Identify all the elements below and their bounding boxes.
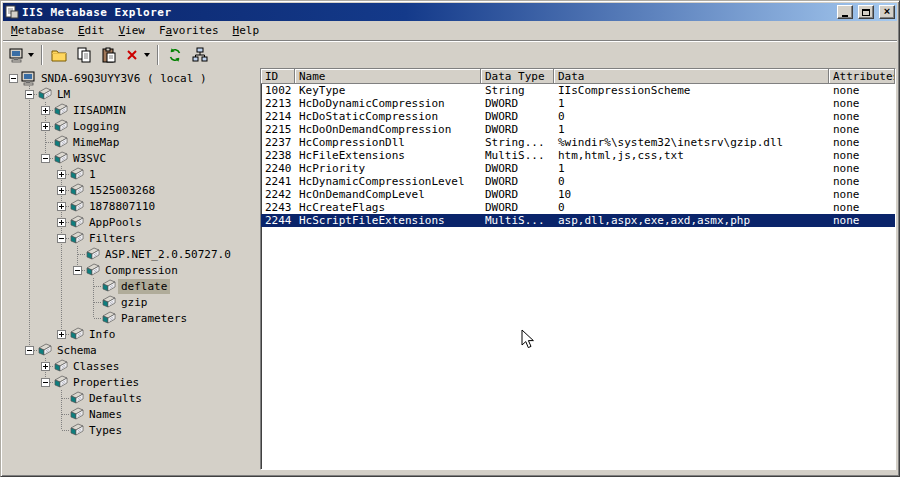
column-header-name[interactable]: Name bbox=[295, 69, 481, 84]
refresh-icon bbox=[167, 47, 183, 63]
expand-box-icon[interactable] bbox=[57, 186, 66, 195]
column-header-id[interactable]: ID bbox=[261, 69, 295, 84]
tree-item-1878807110[interactable]: 1878807110 bbox=[5, 198, 257, 214]
menu-metabase[interactable]: Metabase bbox=[4, 22, 71, 40]
list-row-2238[interactable]: 2238HcFileExtensionsMultiS...htm,html,js… bbox=[261, 149, 895, 162]
tree-item-defaults[interactable]: Defaults bbox=[5, 390, 257, 406]
column-header-attributes[interactable]: Attributes bbox=[829, 69, 895, 84]
expand-box-icon[interactable] bbox=[57, 170, 66, 179]
refresh-button[interactable] bbox=[163, 44, 187, 66]
column-header-data-type[interactable]: Data Type bbox=[481, 69, 554, 84]
list-row-2215[interactable]: 2215HcDoOnDemandCompressionDWORD1none bbox=[261, 123, 895, 136]
collapse-box-icon[interactable] bbox=[9, 74, 18, 83]
collapse-box-icon[interactable] bbox=[73, 266, 82, 275]
minimize-button[interactable] bbox=[837, 5, 853, 19]
tree-item-types[interactable]: Types bbox=[5, 422, 257, 438]
view-hierarchy-button[interactable] bbox=[188, 44, 212, 66]
tree-item-iisadmin[interactable]: IISADMIN bbox=[5, 102, 257, 118]
tree-item-1525003268[interactable]: 1525003268 bbox=[5, 182, 257, 198]
tree-item-compression[interactable]: Compression bbox=[5, 262, 257, 278]
delete-button[interactable] bbox=[122, 44, 153, 66]
new-key-button[interactable] bbox=[47, 44, 71, 66]
tree-item-snda-69q3uyy3v6-local[interactable]: SNDA-69Q3UYY3V6 ( local ) bbox=[5, 70, 257, 86]
cell-data-type: String bbox=[481, 84, 554, 97]
menu-help[interactable]: Help bbox=[226, 22, 267, 40]
column-header-data[interactable]: Data bbox=[554, 69, 829, 84]
list-row-2243[interactable]: 2243HcCreateFlagsDWORD0none bbox=[261, 201, 895, 214]
tree-item-mimemap[interactable]: MimeMap bbox=[5, 134, 257, 150]
cell-attributes: none bbox=[829, 175, 864, 188]
list-body: 1002KeyTypeStringIIsCompressionSchemenon… bbox=[261, 84, 895, 469]
node-icon bbox=[53, 150, 70, 166]
node-icon bbox=[53, 374, 70, 390]
tree-indent bbox=[69, 294, 85, 310]
copy-button[interactable] bbox=[72, 44, 96, 66]
collapse-box-icon[interactable] bbox=[57, 234, 66, 243]
tree-item-logging[interactable]: Logging bbox=[5, 118, 257, 134]
expand-box-icon[interactable] bbox=[41, 122, 50, 131]
expand-box-icon[interactable] bbox=[57, 218, 66, 227]
close-icon: × bbox=[884, 6, 890, 17]
list-row-2241[interactable]: 2241HcDynamicCompressionLevelDWORD0none bbox=[261, 175, 895, 188]
tree-item-deflate[interactable]: deflate bbox=[5, 278, 257, 294]
paste-button[interactable] bbox=[97, 44, 121, 66]
menu-view[interactable]: View bbox=[111, 22, 152, 40]
metabase-tree: SNDA-69Q3UYY3V6 ( local )LMIISADMINLoggi… bbox=[3, 68, 257, 474]
tree-item-properties[interactable]: Properties bbox=[5, 374, 257, 390]
tree-item-w3svc[interactable]: W3SVC bbox=[5, 150, 257, 166]
close-button[interactable]: × bbox=[879, 5, 895, 19]
cell-name: HcDoStaticCompression bbox=[295, 110, 481, 123]
menu-favorites[interactable]: Favorites bbox=[152, 22, 226, 40]
tree-item-parameters[interactable]: Parameters bbox=[5, 310, 257, 326]
collapse-box-icon[interactable] bbox=[25, 346, 34, 355]
cell-data: 0 bbox=[554, 110, 829, 123]
menu-edit[interactable]: Edit bbox=[71, 22, 112, 40]
tree-item-lm[interactable]: LM bbox=[5, 86, 257, 102]
list-row-1002[interactable]: 1002KeyTypeStringIIsCompressionSchemenon… bbox=[261, 84, 895, 97]
expand-box-icon[interactable] bbox=[57, 330, 66, 339]
dropdown-arrow-icon[interactable] bbox=[28, 53, 34, 57]
tree-item-classes[interactable]: Classes bbox=[5, 358, 257, 374]
tree-indent bbox=[53, 262, 69, 278]
tree-label: W3SVC bbox=[70, 151, 109, 166]
tree-connector bbox=[21, 342, 37, 358]
list-row-2242[interactable]: 2242HcOnDemandCompLevelDWORD10none bbox=[261, 188, 895, 201]
collapse-box-icon[interactable] bbox=[41, 154, 50, 163]
list-row-2237[interactable]: 2237HcCompressionDllString...%windir%\sy… bbox=[261, 136, 895, 149]
list-row-2214[interactable]: 2214HcDoStaticCompressionDWORD0none bbox=[261, 110, 895, 123]
node-icon bbox=[101, 278, 118, 294]
tree-label: Schema bbox=[54, 343, 100, 358]
dropdown-arrow-icon[interactable] bbox=[144, 53, 150, 57]
tree-label: Properties bbox=[70, 375, 142, 390]
list-row-2244[interactable]: 2244HcScriptFileExtensionsMultiS...asp,d… bbox=[261, 214, 895, 227]
expand-box-icon[interactable] bbox=[41, 362, 50, 371]
tree-item-filters[interactable]: Filters bbox=[5, 230, 257, 246]
maximize-button[interactable] bbox=[858, 5, 874, 19]
tree-indent bbox=[21, 166, 37, 182]
tree-item-apppools[interactable]: AppPools bbox=[5, 214, 257, 230]
expand-box-icon[interactable] bbox=[41, 106, 50, 115]
tree-item-gzip[interactable]: gzip bbox=[5, 294, 257, 310]
cell-data-type: String... bbox=[481, 136, 554, 149]
expand-box-icon[interactable] bbox=[57, 202, 66, 211]
node-icon bbox=[69, 198, 86, 214]
cell-attributes: none bbox=[829, 149, 864, 162]
tree-indent bbox=[5, 86, 21, 102]
tree-indent bbox=[37, 246, 53, 262]
tree-indent bbox=[5, 326, 21, 342]
tree-item-info[interactable]: Info bbox=[5, 326, 257, 342]
collapse-box-icon[interactable] bbox=[25, 90, 34, 99]
tree-item-asp-net-2-0-50727-0[interactable]: ASP.NET_2.0.50727.0 bbox=[5, 246, 257, 262]
collapse-box-icon[interactable] bbox=[41, 378, 50, 387]
list-row-2213[interactable]: 2213HcDoDynamicCompressionDWORD1none bbox=[261, 97, 895, 110]
tree-item-schema[interactable]: Schema bbox=[5, 342, 257, 358]
tree-item-names[interactable]: Names bbox=[5, 406, 257, 422]
tree-indent bbox=[69, 310, 85, 326]
cell-attributes: none bbox=[829, 123, 864, 136]
title-bar[interactable]: IIS Metabase Explorer × bbox=[3, 3, 897, 21]
tree-item-1[interactable]: 1 bbox=[5, 166, 257, 182]
cell-data: IIsCompressionScheme bbox=[554, 84, 829, 97]
list-row-2240[interactable]: 2240HcPriorityDWORD1none bbox=[261, 162, 895, 175]
tree-connector bbox=[53, 166, 69, 182]
connect-button[interactable] bbox=[6, 44, 37, 66]
